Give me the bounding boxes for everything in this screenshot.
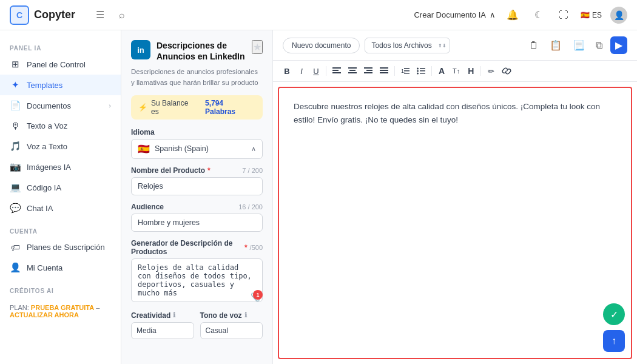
audience-label: Audience 16 / 200 <box>131 203 263 211</box>
nuevo-documento-button[interactable]: Nuevo documento <box>283 38 360 53</box>
underline-button[interactable]: U <box>309 65 323 78</box>
heading-button[interactable]: H <box>464 64 477 78</box>
bell-icon: 🔔 <box>507 9 519 21</box>
audience-input[interactable] <box>131 214 263 232</box>
tono-select[interactable]: CasualFormalNeutral <box>200 322 263 339</box>
svg-rect-17 <box>420 68 425 69</box>
sidebar-item-templates[interactable]: ✦ Templates <box>0 75 121 95</box>
sidebar-item-mi-cuenta[interactable]: 👤 Mi Cuenta <box>0 257 121 278</box>
logo-letter: C <box>16 10 22 20</box>
svg-rect-14 <box>404 70 410 72</box>
generador-textarea[interactable]: Relojes de alta calidad con diseños de t… <box>131 258 263 302</box>
sidebar-item-panel-control[interactable]: ⊞ Panel de Control <box>0 54 121 75</box>
generador-group: Generador de Descripción de Productos * … <box>131 239 263 304</box>
nombre-producto-input[interactable] <box>131 177 263 195</box>
copy-icon: ⧉ <box>596 40 602 51</box>
sidebar-label-panel: Panel de Control <box>27 60 86 69</box>
svg-rect-1 <box>332 70 339 71</box>
align-justify-icon <box>380 67 388 75</box>
align-left-icon <box>332 67 341 75</box>
editor-wrapper: Descubre nuestros relojes de alta calida… <box>273 82 637 364</box>
idioma-label: Idioma <box>131 128 263 136</box>
hamburger-button[interactable]: ☰ <box>92 7 108 23</box>
sidebar-label-imagenes: Imágenes IA <box>27 163 71 172</box>
align-left-button[interactable] <box>329 66 344 76</box>
sidebar-item-chat-ia[interactable]: 💬 Chat IA <box>0 198 121 218</box>
dark-mode-button[interactable]: ☾ <box>531 7 547 23</box>
mic-icon: 🎙 <box>10 121 21 131</box>
file-icon-2: 📋 <box>550 39 562 51</box>
font-color-button[interactable]: A <box>435 64 448 78</box>
language-select[interactable]: 🇪🇸 Spanish (Spain) ∧ <box>131 139 263 159</box>
align-right-button[interactable] <box>361 66 376 76</box>
user-avatar[interactable]: 👤 <box>610 7 627 24</box>
brush-button[interactable]: ✏ <box>484 65 497 78</box>
chevron-up-icon: ∧ <box>251 145 256 153</box>
copy-icon-button[interactable]: ⧉ <box>593 38 605 53</box>
audience-group: Audience 16 / 200 <box>131 203 263 232</box>
align-right-icon <box>364 67 372 75</box>
editor-content-text: Descubre nuestros relojes de alta calida… <box>294 102 600 124</box>
sidebar-item-planes[interactable]: 🏷 Planes de Suscripción <box>0 237 121 257</box>
search-icon: ⌕ <box>119 10 125 21</box>
doc-icon-button-2[interactable]: 📋 <box>547 37 565 53</box>
plan-separator: – <box>96 304 99 311</box>
svg-rect-8 <box>364 72 372 73</box>
link-icon <box>502 67 511 75</box>
sidebar-item-documentos[interactable]: 📄 Documentos › <box>0 95 121 116</box>
align-center-button[interactable] <box>345 66 360 76</box>
template-title: Descripciones de Anuncios en LinkedIn <box>157 40 246 62</box>
doc-icon-button-1[interactable]: 🗒 <box>526 38 542 53</box>
crear-documento-button[interactable]: Crear Documento IA ∧ <box>414 10 496 19</box>
sidebar-item-texto-voz[interactable]: 🎙 Texto a Voz <box>0 116 121 136</box>
save-blue-button[interactable]: ▶ <box>610 36 627 54</box>
idioma-group: Idioma 🇪🇸 Spanish (Spain) ∧ <box>131 128 263 159</box>
sidebar-label-mi-cuenta: Mi Cuenta <box>27 263 62 272</box>
sep-3 <box>431 66 432 76</box>
chat-icon: 💬 <box>10 203 21 214</box>
todos-archivos-select[interactable]: Todos los Archivos <box>365 38 450 53</box>
fab-area: ✓ ↑ <box>603 303 625 352</box>
link-button[interactable] <box>499 66 514 76</box>
expand-icon: ⛶ <box>559 10 568 21</box>
notifications-button[interactable]: 🔔 <box>503 7 522 23</box>
svg-rect-0 <box>332 67 341 69</box>
creatividad-select[interactable]: BajaMediaAlta <box>131 322 194 339</box>
italic-button[interactable]: I <box>295 65 308 78</box>
fab-check-button[interactable]: ✓ <box>603 303 625 325</box>
plan-label: PLAN: <box>10 304 29 311</box>
expand-button[interactable]: ⛶ <box>555 7 572 23</box>
sidebar: PANEL IA ⊞ Panel de Control ✦ Templates … <box>0 30 121 364</box>
language-flag: 🇪🇸 <box>138 143 150 155</box>
svg-rect-13 <box>404 68 410 69</box>
file-icon-1: 🗒 <box>529 40 539 51</box>
font-size-button[interactable]: T↑ <box>450 66 463 76</box>
search-button[interactable]: ⌕ <box>115 7 129 23</box>
doc-icon-button-3[interactable]: 📃 <box>570 37 588 53</box>
svg-rect-11 <box>380 72 388 73</box>
language-selector[interactable]: 🇪🇸 ES <box>581 11 602 19</box>
sidebar-item-voz-texto[interactable]: 🎵 Voz a Texto <box>0 136 121 157</box>
plan-type-link[interactable]: PRUEBA GRATUITA <box>31 304 94 311</box>
hamburger-icon: ☰ <box>96 9 104 21</box>
fab-up-button[interactable]: ↑ <box>603 330 625 352</box>
unordered-list-button[interactable] <box>414 66 428 76</box>
nombre-char-count: 7 / 200 <box>242 167 263 174</box>
sidebar-item-codigo-ia[interactable]: 💻 Código IA <box>0 177 121 198</box>
required-dot: * <box>207 166 211 175</box>
svg-rect-5 <box>348 72 357 73</box>
ordered-list-button[interactable]: 1. <box>398 66 413 76</box>
creatividad-col: Creatividad ℹ BajaMediaAlta <box>131 311 194 339</box>
editor-content-area[interactable]: Descubre nuestros relojes de alta calida… <box>278 87 632 359</box>
language-value: Spanish (Spain) <box>155 144 246 153</box>
svg-point-20 <box>417 73 419 75</box>
align-justify-button[interactable] <box>377 66 391 76</box>
plan-update-link[interactable]: ACTUALIZAR AHORA <box>10 311 79 318</box>
favorite-button[interactable]: ★ <box>252 40 263 54</box>
bold-button[interactable]: B <box>280 65 294 78</box>
main-layout: PANEL IA ⊞ Panel de Control ✦ Templates … <box>0 30 637 364</box>
svg-rect-3 <box>348 67 357 69</box>
sidebar-item-imagenes-ia[interactable]: 📷 Imágenes IA <box>0 157 121 177</box>
logo-area: C Copyter <box>10 5 75 25</box>
svg-rect-9 <box>380 67 388 69</box>
